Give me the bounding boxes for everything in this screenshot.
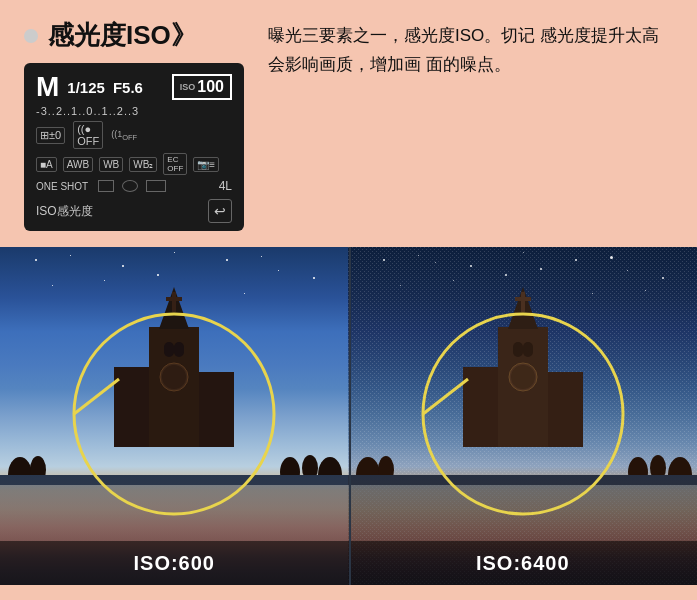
cam-iso-label: ISO xyxy=(180,82,196,92)
cam-iso-value: 100 xyxy=(197,78,224,96)
bullet-dot xyxy=(24,29,38,43)
cam-return-button[interactable]: ↩ xyxy=(208,199,232,223)
yellow-circle-right xyxy=(413,304,633,528)
camera-row3: ⊞±0 ((●OFF ((1OFF xyxy=(36,121,232,149)
svg-point-17 xyxy=(74,314,274,514)
cam-iso-box: ISO 100 xyxy=(172,74,232,100)
cam-aperture: F5.6 xyxy=(113,79,143,96)
cam-cam-icon: 📷≡ xyxy=(193,157,219,172)
photo-left xyxy=(0,247,348,585)
svg-point-35 xyxy=(423,314,623,514)
title-row: 感光度ISO》 xyxy=(24,18,244,53)
photos-row xyxy=(0,247,697,585)
cam-quality: 4L xyxy=(219,179,232,193)
camera-panel: M 1/125 F5.6 ISO 100 -3..2..1..0..1..2..… xyxy=(24,63,244,231)
cam-awb: AWB xyxy=(63,157,93,172)
description-text: 曝光三要素之一，感光度ISO。切记 感光度提升太高会影响画质，增加画 面的噪点。 xyxy=(268,22,673,80)
camera-row2: -3..2..1..0..1..2..3 xyxy=(36,105,232,117)
svg-line-36 xyxy=(423,379,468,414)
bottom-section: ISO:600 ISO:6400 xyxy=(0,247,697,585)
cam-wb2: WB₂ xyxy=(129,157,157,172)
photo-label-left: ISO:600 xyxy=(0,541,349,585)
desc-content: 曝光三要素之一，感光度ISO。切记 感光度提升太高会影响画质，增加画 面的噪点。 xyxy=(268,26,659,74)
camera-row5: ONE SHOT 4L xyxy=(36,179,232,193)
cam-rect xyxy=(146,180,166,192)
cam-ev: ⊞±0 xyxy=(36,127,65,144)
cam-wb: WB xyxy=(99,157,123,172)
cam-shutter: 1/125 xyxy=(67,79,105,96)
page-title: 感光度ISO》 xyxy=(48,18,197,53)
cam-oneshot: ONE SHOT xyxy=(36,181,88,192)
photo-right xyxy=(348,247,697,585)
photo-label-right: ISO:6400 xyxy=(349,541,698,585)
cam-sq1 xyxy=(98,180,114,192)
cam-flash: ((●OFF xyxy=(73,121,103,149)
cam-ec: ECOFF xyxy=(163,153,187,175)
camera-row1: M 1/125 F5.6 ISO 100 xyxy=(36,73,232,101)
top-section: 感光度ISO》 M 1/125 F5.6 ISO 100 -3..2..1..0… xyxy=(0,0,697,247)
cam-sq2 xyxy=(122,180,138,192)
svg-rect-3 xyxy=(166,297,182,301)
cam-scale: -3..2..1..0..1..2..3 xyxy=(36,105,139,117)
svg-rect-22 xyxy=(515,297,531,301)
cam-flash-icon: ((1OFF xyxy=(111,129,137,142)
cam-mode: M xyxy=(36,73,59,101)
cam-scene-a: ■A xyxy=(36,157,57,172)
camera-row4: ■A AWB WB WB₂ ECOFF 📷≡ xyxy=(36,153,232,175)
photo-divider xyxy=(349,247,351,585)
yellow-circle-left xyxy=(64,304,284,528)
cam-iso-text: ISO感光度 xyxy=(36,203,93,220)
camera-row6: ISO感光度 ↩ xyxy=(36,199,232,223)
svg-line-18 xyxy=(74,379,119,414)
